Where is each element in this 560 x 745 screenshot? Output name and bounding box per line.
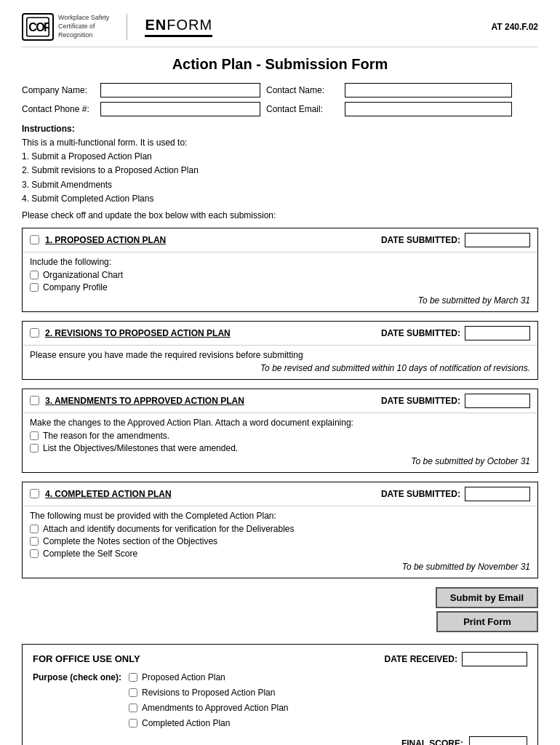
contact-phone-input[interactable] — [100, 102, 260, 116]
section-4-attach-label: Attach and identify documents for verifi… — [43, 524, 295, 534]
section-1-title: 1. PROPOSED ACTION PLAN — [45, 235, 166, 245]
section-4-sub: The following must be provided with the … — [30, 511, 530, 521]
section-3-header: 3. AMENDMENTS TO APPROVED ACTION PLAN DA… — [23, 389, 537, 413]
section-1-box: 1. PROPOSED ACTION PLAN DATE SUBMITTED: … — [22, 228, 538, 312]
company-name-input[interactable] — [100, 83, 260, 97]
cor-logo-box: COR — [22, 13, 54, 41]
instructions-check: Please check off and update the box belo… — [22, 210, 538, 220]
contact-phone-row: Contact Phone #: Contact Email: — [22, 102, 538, 116]
section-3-reason-label: The reason for the amendments. — [43, 431, 169, 441]
section-1-sub: Include the following: — [30, 257, 530, 267]
section-4-date-area: DATE SUBMITTED: — [381, 487, 530, 501]
section-4-notes-label: Complete the Notes section of the Object… — [43, 536, 217, 546]
section-1-body: Include the following: Organizational Ch… — [23, 252, 537, 311]
final-score-input[interactable] — [469, 736, 527, 745]
section-4-notes-checkbox[interactable] — [30, 537, 39, 546]
purpose-option-1: Proposed Action Plan — [129, 672, 288, 682]
print-form-button[interactable]: Print Form — [436, 611, 538, 632]
company-name-label: Company Name: — [22, 85, 95, 95]
purpose-label: Purpose (check one): — [33, 672, 121, 682]
header-divider — [127, 14, 127, 40]
buttons-area: Submit by Email Print Form — [22, 587, 538, 632]
cor-logo: COR Workplace Safety Certificate of Reco… — [22, 13, 109, 41]
section-3-body: Make the changes to the Approved Action … — [23, 413, 537, 472]
header: COR Workplace Safety Certificate of Reco… — [22, 13, 538, 47]
section-3-deadline: To be submitted by October 31 — [30, 456, 530, 466]
section-4-body: The following must be provided with the … — [23, 506, 537, 578]
purpose-option-3: Amendments to Approved Action Plan — [129, 703, 288, 713]
section-1-check-1: Organizational Chart — [30, 270, 530, 280]
section-3-objectives-label: List the Objectives/Milestones that were… — [43, 443, 238, 453]
section-3-header-left: 3. AMENDMENTS TO APPROVED ACTION PLAN — [30, 396, 244, 406]
submit-email-button[interactable]: Submit by Email — [436, 587, 538, 608]
section-4-header-left: 4. COMPLETED ACTION PLAN — [30, 489, 172, 499]
section-1-header: 1. PROPOSED ACTION PLAN DATE SUBMITTED: — [23, 228, 537, 252]
section-1-date-label: DATE SUBMITTED: — [381, 235, 460, 245]
section-1-header-left: 1. PROPOSED ACTION PLAN — [30, 235, 166, 245]
purpose-amendments-label: Amendments to Approved Action Plan — [142, 703, 288, 713]
contact-email-label: Contact Email: — [266, 104, 339, 114]
contact-name-label: Contact Name: — [266, 85, 339, 95]
section-3-date-area: DATE SUBMITTED: — [381, 394, 530, 408]
cor-logo-text: Workplace Safety Certificate of Recognit… — [58, 14, 109, 39]
section-2-date-label: DATE SUBMITTED: — [381, 328, 460, 338]
purpose-option-4: Completed Action Plan — [129, 718, 288, 728]
purpose-amendments-checkbox[interactable] — [129, 704, 137, 712]
section-1-deadline: To be submitted by March 31 — [30, 295, 530, 306]
section-4-header: 4. COMPLETED ACTION PLAN DATE SUBMITTED: — [23, 482, 537, 506]
purpose-completed-label: Completed Action Plan — [142, 718, 230, 728]
instructions-body: This is a multi-functional form. It is u… — [22, 136, 538, 206]
purpose-revisions-label: Revisions to Proposed Action Plan — [142, 688, 275, 698]
section-2-date-input[interactable] — [465, 326, 530, 340]
section-2-deadline: To be revised and submitted within 10 da… — [30, 363, 530, 373]
section-1-checkbox[interactable] — [30, 235, 39, 244]
purpose-revisions-checkbox[interactable] — [129, 688, 137, 697]
section-2-date-area: DATE SUBMITTED: — [381, 326, 530, 340]
section-1-date-area: DATE SUBMITTED: — [381, 233, 530, 247]
section-1-date-input[interactable] — [465, 233, 530, 247]
section-3-title: 3. AMENDMENTS TO APPROVED ACTION PLAN — [45, 396, 244, 406]
purpose-completed-checkbox[interactable] — [129, 719, 137, 728]
section-4-check-2: Complete the Notes section of the Object… — [30, 536, 530, 546]
section-4-attach-checkbox[interactable] — [30, 525, 39, 533]
section-1-org-chart-checkbox[interactable] — [30, 271, 39, 279]
section-1-org-chart-label: Organizational Chart — [43, 270, 123, 280]
purpose-options: Proposed Action Plan Revisions to Propos… — [129, 672, 288, 730]
section-4-date-label: DATE SUBMITTED: — [381, 489, 460, 499]
section-3-objectives-checkbox[interactable] — [30, 444, 39, 453]
section-2-sub: Please ensure you have made the required… — [30, 350, 530, 360]
section-3-check-1: The reason for the amendments. — [30, 431, 530, 441]
date-received-label: DATE RECEIVED: — [385, 654, 457, 664]
section-2-header: 2. REVISIONS TO PROPOSED ACTION PLAN DAT… — [23, 322, 537, 346]
contact-email-input[interactable] — [345, 102, 512, 116]
purpose-option-2: Revisions to Proposed Action Plan — [129, 688, 288, 698]
section-3-sub: Make the changes to the Approved Action … — [30, 418, 530, 428]
section-3-check-2: List the Objectives/Milestones that were… — [30, 443, 530, 453]
office-title: FOR OFFICE USE ONLY — [33, 653, 140, 664]
form-title: Action Plan - Submission Form — [22, 56, 538, 73]
office-section: FOR OFFICE USE ONLY DATE RECEIVED: Purpo… — [22, 644, 538, 745]
header-left: COR Workplace Safety Certificate of Reco… — [22, 13, 212, 41]
contact-name-input[interactable] — [345, 83, 512, 97]
section-2-title: 2. REVISIONS TO PROPOSED ACTION PLAN — [45, 328, 231, 338]
final-score-label: FINAL SCORE: — [401, 738, 463, 745]
top-fields: Company Name: Contact Name: Contact Phon… — [22, 83, 538, 116]
purpose-proposed-checkbox[interactable] — [129, 673, 137, 682]
section-3-date-input[interactable] — [465, 394, 530, 408]
section-4-checkbox[interactable] — [30, 489, 39, 498]
section-3-box: 3. AMENDMENTS TO APPROVED ACTION PLAN DA… — [22, 389, 538, 473]
section-1-company-profile-checkbox[interactable] — [30, 283, 39, 292]
contact-phone-label: Contact Phone #: — [22, 104, 95, 114]
section-4-selfscore-checkbox[interactable] — [30, 549, 39, 558]
section-4-date-input[interactable] — [465, 487, 530, 501]
purpose-proposed-label: Proposed Action Plan — [142, 672, 225, 682]
date-received-input[interactable] — [462, 652, 527, 666]
section-2-body: Please ensure you have made the required… — [23, 346, 537, 379]
section-3-reason-checkbox[interactable] — [30, 431, 39, 440]
section-1-company-profile-label: Company Profile — [43, 282, 108, 292]
section-3-checkbox[interactable] — [30, 396, 39, 405]
instructions: Instructions: This is a multi-functional… — [22, 124, 538, 220]
section-4-selfscore-label: Complete the Self Score — [43, 549, 137, 559]
instructions-title: Instructions: — [22, 124, 538, 134]
section-2-checkbox[interactable] — [30, 328, 39, 338]
